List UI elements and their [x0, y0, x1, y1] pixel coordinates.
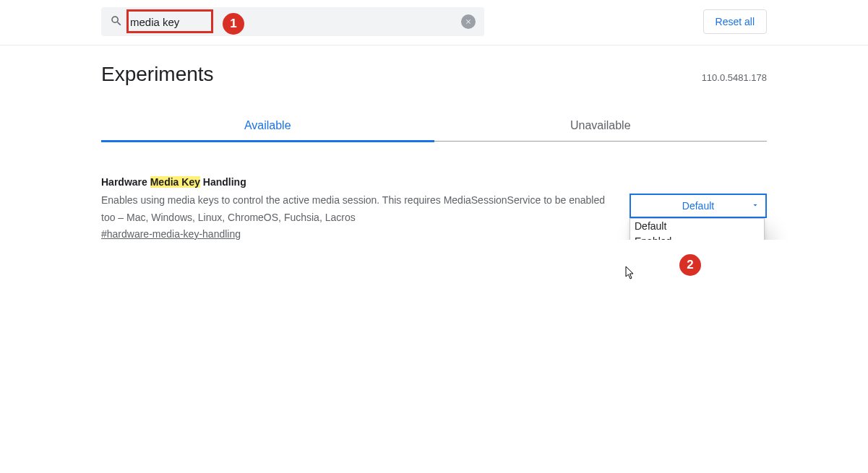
clear-search-icon[interactable] — [461, 14, 476, 29]
flag-title-highlight: Media Key — [150, 176, 200, 188]
flag-select[interactable]: Default — [629, 194, 767, 218]
search-box[interactable] — [101, 7, 484, 36]
flag-link[interactable]: #hardware-media-key-handling — [101, 228, 241, 240]
page-title: Experiments — [101, 63, 214, 86]
title-row: Experiments 110.0.5481.178 — [101, 63, 767, 86]
tab-available[interactable]: Available — [101, 110, 434, 141]
flag-select-wrap: Default Default Enabled Disabled — [629, 194, 767, 218]
flag-select-value: Default — [682, 200, 714, 212]
search-input[interactable] — [130, 16, 461, 28]
tabs: Available Unavailable — [101, 110, 767, 142]
dropdown-option-enabled[interactable]: Enabled — [630, 234, 764, 240]
dropdown-option-default[interactable]: Default — [630, 219, 764, 234]
top-bar: Reset all — [0, 0, 868, 45]
flag-title-post: Handling — [200, 176, 246, 188]
content-area: Experiments 110.0.5481.178 Available Una… — [0, 63, 868, 240]
reset-all-button[interactable]: Reset all — [703, 9, 767, 34]
chevron-down-icon — [751, 200, 760, 212]
search-icon — [110, 14, 123, 30]
flag-title: Hardware Media Key Handling — [101, 176, 615, 188]
flag-row: Hardware Media Key Handling Enables usin… — [101, 176, 767, 240]
flag-text: Hardware Media Key Handling Enables usin… — [101, 176, 629, 240]
tab-unavailable[interactable]: Unavailable — [434, 110, 768, 141]
flag-title-pre: Hardware — [101, 176, 150, 188]
flag-description: Enables using media keys to control the … — [101, 192, 615, 227]
version-label: 110.0.5481.178 — [702, 72, 767, 83]
flag-dropdown: Default Enabled Disabled — [629, 218, 765, 240]
